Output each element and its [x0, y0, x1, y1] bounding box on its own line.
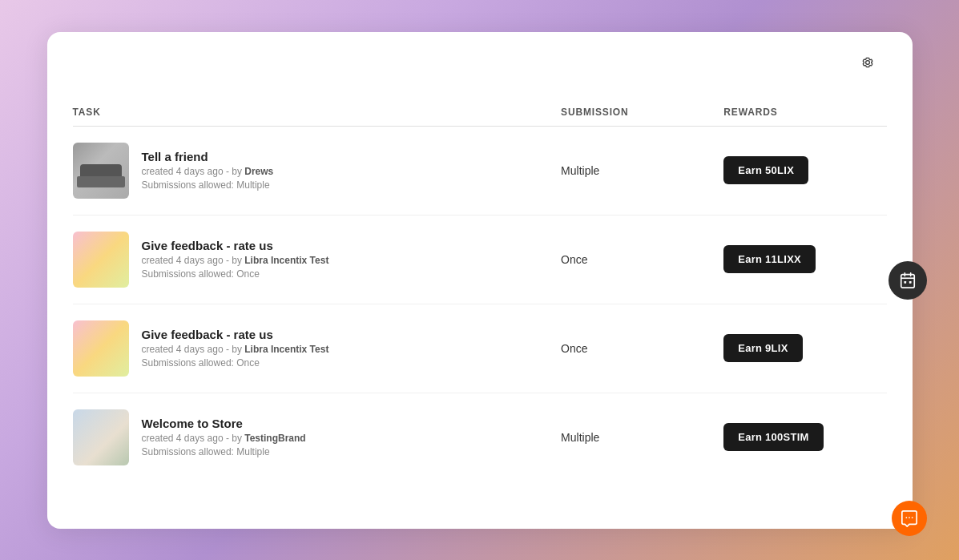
- svg-point-5: [912, 517, 913, 518]
- reward-cell: Earn 50LIX: [723, 126, 886, 215]
- task-image: [73, 320, 129, 377]
- task-meta: created 4 days ago - by Drews: [142, 166, 274, 177]
- task-title: Give feedback - rate us: [142, 328, 329, 341]
- reward-cell: Earn 100STIM: [723, 393, 886, 481]
- col-rewards: REWARDS: [723, 100, 886, 127]
- task-submissions-allowed: Submissions allowed: Multiple: [142, 446, 306, 457]
- task-info: Give feedback - rate us created 4 days a…: [142, 239, 329, 280]
- svg-point-3: [905, 517, 907, 518]
- svg-point-4: [909, 517, 910, 518]
- task-creator: Libra Incentix Test: [244, 344, 328, 355]
- task-meta: created 4 days ago - by TestingBrand: [142, 433, 306, 444]
- table-row: Welcome to Store created 4 days ago - by…: [73, 393, 887, 481]
- task-info: Give feedback - rate us created 4 days a…: [142, 328, 329, 369]
- task-submissions-allowed: Submissions allowed: Once: [142, 268, 329, 280]
- task-cell: Give feedback - rate us created 4 days a…: [73, 216, 562, 304]
- submission-type: Multiple: [561, 126, 723, 215]
- reward-cell: Earn 9LIX: [723, 304, 886, 393]
- task-creator: Libra Incentix Test: [244, 255, 328, 266]
- col-task: TASK: [73, 100, 562, 127]
- svg-rect-1: [904, 280, 906, 283]
- task-title: Welcome to Store: [142, 417, 306, 430]
- earn-button[interactable]: Earn 11LIXX: [723, 245, 816, 273]
- task-title: Tell a friend: [142, 150, 274, 163]
- task-title: Give feedback - rate us: [142, 239, 329, 252]
- task-meta: created 4 days ago - by Libra Incentix T…: [142, 344, 329, 355]
- col-submission: SUBMISSION: [561, 100, 723, 127]
- card-header: [47, 32, 913, 86]
- submission-type: Once: [561, 215, 723, 304]
- task-submissions-allowed: Submissions allowed: Multiple: [142, 179, 274, 191]
- task-creator: Drews: [244, 166, 273, 177]
- earn-button[interactable]: Earn 50LIX: [723, 156, 808, 184]
- svg-rect-2: [909, 280, 912, 283]
- table-row: Give feedback - rate us created 4 days a…: [73, 215, 887, 304]
- main-card: TASK SUBMISSION REWARDS Tell a friend cr…: [47, 32, 913, 529]
- earn-button[interactable]: Earn 100STIM: [723, 423, 823, 451]
- task-meta: created 4 days ago - by Libra Incentix T…: [142, 255, 329, 266]
- reward-cell: Earn 11LIXX: [723, 215, 886, 304]
- task-cell: Give feedback - rate us created 4 days a…: [73, 304, 562, 393]
- task-image: [73, 232, 129, 288]
- submission-type: Once: [561, 304, 723, 393]
- task-info: Welcome to Store created 4 days ago - by…: [142, 417, 306, 457]
- task-submissions-allowed: Submissions allowed: Once: [142, 357, 329, 369]
- earn-button[interactable]: Earn 9LIX: [723, 334, 802, 362]
- task-cell: Tell a friend created 4 days ago - by Dr…: [73, 127, 562, 215]
- gear-icon: [861, 56, 874, 71]
- tasks-table: TASK SUBMISSION REWARDS Tell a friend cr…: [73, 100, 887, 481]
- chat-float-button[interactable]: [892, 501, 927, 536]
- task-cell: Welcome to Store created 4 days ago - by…: [73, 393, 562, 481]
- table-row: Tell a friend created 4 days ago - by Dr…: [73, 126, 887, 215]
- task-image: [73, 143, 129, 199]
- notification-settings-button[interactable]: [853, 51, 887, 76]
- submission-type: Multiple: [561, 393, 723, 481]
- card-body: TASK SUBMISSION REWARDS Tell a friend cr…: [47, 100, 913, 501]
- svg-rect-0: [901, 274, 915, 288]
- task-info: Tell a friend created 4 days ago - by Dr…: [142, 150, 274, 191]
- table-row: Give feedback - rate us created 4 days a…: [73, 304, 887, 393]
- task-image: [73, 409, 129, 465]
- calendar-float-button[interactable]: [888, 261, 927, 300]
- task-creator: TestingBrand: [244, 433, 305, 444]
